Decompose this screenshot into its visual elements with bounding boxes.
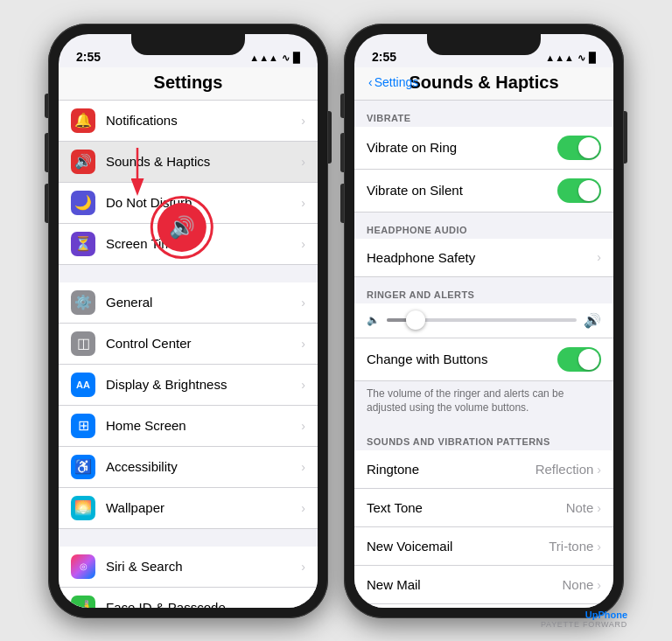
slider-line[interactable]	[387, 318, 577, 322]
general-label: General	[106, 295, 301, 310]
power-button-right	[624, 111, 627, 164]
payette-text: PAYETTE FORWARD	[541, 620, 627, 629]
wallpaper-icon: 🌅	[71, 496, 95, 520]
change-buttons-label: Change with Buttons	[367, 352, 557, 366]
power-button	[328, 111, 332, 164]
change-buttons-toggle[interactable]	[557, 347, 601, 372]
left-page-title: Settings	[73, 73, 304, 93]
signal-icon: ▲▲▲	[249, 52, 278, 63]
headphone-safety-row[interactable]: Headphone Safety ›	[354, 239, 613, 277]
back-label: Settings	[374, 75, 419, 89]
silent-switch-right	[340, 94, 344, 118]
right-nav-bar: ‹ Settings Sounds & Haptics	[354, 67, 613, 101]
chevron-accessibility: ›	[301, 460, 305, 474]
vibrate-silent-label: Vibrate on Silent	[367, 183, 557, 198]
control-center-icon: ◫	[71, 331, 95, 356]
new-mail-row[interactable]: New Mail None ›	[354, 566, 613, 604]
vibrate-ring-toggle[interactable]	[557, 136, 601, 160]
vibrate-silent-row[interactable]: Vibrate on Silent	[354, 170, 613, 213]
chevron-control: ›	[301, 337, 305, 351]
watermark: UpPhone PAYETTE FORWARD	[541, 610, 627, 629]
headphone-section-header: HEADPHONE AUDIO	[354, 213, 613, 239]
list-item-screen-time[interactable]: ⏳ Screen Time ›	[59, 224, 318, 265]
ringer-section-header: RINGER AND ALERTS	[354, 277, 613, 303]
list-item-notifications[interactable]: 🔔 Notifications ›	[59, 101, 318, 142]
new-mail-label: New Mail	[367, 577, 562, 592]
dnd-icon: 🌙	[71, 191, 95, 215]
notifications-label: Notifications	[106, 113, 301, 128]
chevron-general: ›	[301, 296, 305, 310]
vibrate-section-header: VIBRATE	[354, 101, 613, 127]
section-gap-1	[59, 265, 318, 282]
section-gap-2	[59, 529, 318, 547]
list-item-sounds[interactable]: 🔊 Sounds & Haptics ›	[59, 142, 318, 183]
change-buttons-row[interactable]: Change with Buttons	[354, 338, 613, 381]
display-label: Display & Brightness	[106, 377, 301, 392]
list-item-siri[interactable]: ◎ Siri & Search ›	[59, 547, 318, 588]
headphone-safety-label: Headphone Safety	[367, 250, 597, 265]
new-mail-value: None	[562, 577, 593, 592]
list-item-control-center[interactable]: ◫ Control Center ›	[59, 324, 318, 365]
new-voicemail-row[interactable]: New Voicemail Tri-tone ›	[354, 527, 613, 566]
vibrate-ring-row[interactable]: Vibrate on Ring	[354, 127, 613, 170]
display-icon: AA	[71, 373, 95, 397]
vibrate-ring-label: Vibrate on Ring	[367, 140, 557, 155]
left-phone-frame: 2:55 ▲▲▲ ∿ ▉ Settings 🔔	[48, 24, 328, 618]
chevron-siri: ›	[301, 560, 305, 574]
right-phone-frame: 2:55 ▲▲▲ ∿ ▉ ‹ Settings Sounds & Hapt	[344, 24, 624, 618]
chevron-sounds: ›	[301, 155, 305, 169]
ringer-slider-row[interactable]: 🔈 🔊	[354, 303, 613, 338]
chevron-wallpaper: ›	[301, 501, 305, 515]
left-nav-bar: Settings	[59, 67, 318, 101]
text-tone-row[interactable]: Text Tone Note ›	[354, 489, 613, 527]
siri-icon: ◎	[71, 554, 95, 579]
wifi-icon-right: ∿	[578, 52, 585, 64]
vibrate-silent-toggle[interactable]	[557, 178, 601, 203]
chevron-faceid: ›	[301, 601, 305, 608]
list-item-faceid[interactable]: 🤳 Face ID & Passcode ›	[59, 588, 318, 608]
sent-mail-row[interactable]: Sent Mail Swoosh ›	[354, 604, 613, 607]
settings-section-1: 🔔 Notifications › 🔊 Sounds & Haptics › 🌙…	[59, 101, 318, 265]
settings-section-3: ◎ Siri & Search › 🤳 Face ID & Passcode ›…	[59, 547, 318, 608]
chevron-home: ›	[301, 419, 305, 433]
chevron-new-mail: ›	[597, 578, 601, 592]
list-item-dnd[interactable]: 🌙 Do Not Disturb ›	[59, 183, 318, 224]
settings-section-2: ⚙️ General › ◫ Control Center › AA Displ…	[59, 282, 318, 529]
nav-row: ‹ Settings Sounds & Haptics	[368, 73, 599, 93]
volume-down-right	[340, 184, 344, 223]
list-item-accessibility[interactable]: ♿ Accessibility ›	[59, 447, 318, 488]
ringer-helper-text: The volume of the ringer and alerts can …	[354, 381, 613, 425]
ringtone-row[interactable]: Ringtone Reflection ›	[354, 450, 613, 489]
settings-list[interactable]: 🔔 Notifications › 🔊 Sounds & Haptics › 🌙…	[59, 101, 318, 608]
home-screen-icon: ⊞	[71, 414, 95, 438]
sounds-label: Sounds & Haptics	[106, 154, 301, 169]
time-left: 2:55	[76, 50, 101, 64]
control-center-label: Control Center	[106, 336, 301, 351]
volume-down-button	[45, 184, 48, 223]
list-item-general[interactable]: ⚙️ General ›	[59, 282, 318, 324]
status-icons-left: ▲▲▲ ∿ ▉	[249, 52, 300, 64]
back-chevron-icon: ‹	[368, 75, 373, 89]
list-item-display[interactable]: AA Display & Brightness ›	[59, 365, 318, 406]
new-voicemail-label: New Voicemail	[367, 539, 549, 554]
upphone-text: UpPhone	[541, 610, 627, 620]
sounds-haptics-list[interactable]: VIBRATE Vibrate on Ring Vibrate on Silen…	[354, 101, 613, 608]
accessibility-label: Accessibility	[106, 459, 301, 474]
status-icons-right: ▲▲▲ ∿ ▉	[545, 52, 596, 64]
general-icon: ⚙️	[71, 290, 95, 315]
battery-icon: ▉	[293, 52, 300, 64]
right-phone-screen: 2:55 ▲▲▲ ∿ ▉ ‹ Settings Sounds & Hapt	[354, 34, 613, 608]
wifi-icon: ∿	[282, 52, 290, 64]
chevron-ringtone: ›	[597, 463, 601, 477]
time-right: 2:55	[372, 50, 396, 64]
battery-icon-right: ▉	[589, 52, 596, 64]
left-phone-screen: 2:55 ▲▲▲ ∿ ▉ Settings 🔔	[59, 34, 318, 608]
slider-thumb[interactable]	[406, 310, 425, 330]
sounds-icon: 🔊	[71, 150, 95, 174]
faceid-label: Face ID & Passcode	[106, 600, 301, 608]
back-button[interactable]: ‹ Settings	[368, 75, 418, 89]
wallpaper-label: Wallpaper	[106, 500, 301, 515]
list-item-home-screen[interactable]: ⊞ Home Screen ›	[59, 406, 318, 447]
volume-up-right	[340, 133, 344, 172]
list-item-wallpaper[interactable]: 🌅 Wallpaper ›	[59, 488, 318, 529]
